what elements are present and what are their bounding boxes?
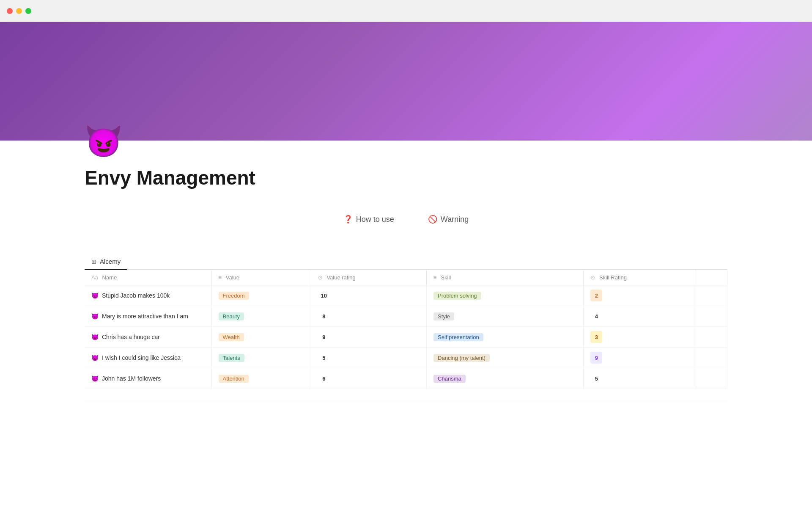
skill-rating-badge: 9 — [590, 352, 602, 364]
page-content: 😈 Envy Management ❓ How to use 🚫 Warning… — [0, 124, 812, 402]
cell-value-rating: 6 — [311, 368, 426, 389]
cell-value-rating: 9 — [311, 327, 426, 348]
separator — [85, 402, 727, 402]
cell-value-rating: 8 — [311, 306, 426, 327]
table-icon: ⊞ — [91, 258, 96, 265]
cell-value-rating: 10 — [311, 285, 426, 306]
table-header-row: Aa Name ≡ Value ⊙ Value rating ≡ Skill — [85, 270, 727, 285]
skill-tag: Self presentation — [433, 333, 483, 341]
fullscreen-button[interactable] — [25, 8, 31, 14]
cell-extra — [696, 348, 727, 368]
col-skill-rating: ⊙ Skill Rating — [584, 270, 696, 285]
cell-name: 😈Stupid Jacob makes 100k — [85, 285, 211, 306]
col-name-icon: Aa — [91, 274, 98, 281]
col-skill-rating-icon: ⊙ — [590, 274, 595, 281]
tab-label: Alcemy — [100, 258, 121, 265]
hero-banner — [0, 22, 812, 141]
table-row[interactable]: 😈Stupid Jacob makes 100k Freedom 10 Prob… — [85, 285, 727, 306]
value-tag: Wealth — [219, 333, 244, 341]
skill-tag: Charisma — [433, 375, 466, 383]
skill-rating-badge: 3 — [590, 331, 602, 343]
alcemy-tab[interactable]: ⊞ Alcemy — [85, 254, 127, 270]
cell-value: Beauty — [211, 306, 311, 327]
cell-skill: Charisma — [427, 368, 584, 389]
table-row[interactable]: 😈Chris has a huuge car Wealth 9 Self pre… — [85, 327, 727, 348]
col-name: Aa Name — [85, 270, 211, 285]
cell-name: 😈Chris has a huuge car — [85, 327, 211, 348]
cell-extra — [696, 368, 727, 389]
page-title: Envy Management — [85, 166, 727, 189]
skill-rating-badge: 5 — [590, 373, 602, 384]
cell-value: Wealth — [211, 327, 311, 348]
value-rating-badge: 8 — [318, 310, 330, 322]
page-icon: 😈 — [85, 124, 727, 160]
table-section: ⊞ Alcemy Aa Name ≡ Value ⊙ — [85, 254, 727, 402]
cell-name: 😈Mary is more attractive than I am — [85, 306, 211, 327]
cell-skill: Self presentation — [427, 327, 584, 348]
cell-skill-rating: 9 — [584, 348, 696, 368]
table-row[interactable]: 😈John has 1M followers Attention 6 Chari… — [85, 368, 727, 389]
skill-tag: Problem solving — [433, 292, 481, 300]
row-devil-icon: 😈 — [91, 375, 99, 382]
skill-rating-badge: 4 — [590, 310, 602, 322]
value-rating-badge: 6 — [318, 373, 330, 384]
col-value-icon: ≡ — [219, 274, 222, 281]
col-value: ≡ Value — [211, 270, 311, 285]
value-rating-badge: 5 — [318, 352, 330, 364]
cell-skill-rating: 2 — [584, 285, 696, 306]
warning-label: Warning — [441, 215, 469, 224]
cell-value: Freedom — [211, 285, 311, 306]
value-rating-badge: 9 — [318, 331, 330, 343]
value-rating-badge: 10 — [318, 290, 330, 301]
how-to-use-label: How to use — [356, 215, 394, 224]
nav-links: ❓ How to use 🚫 Warning — [85, 206, 727, 232]
data-table: Aa Name ≡ Value ⊙ Value rating ≡ Skill — [85, 270, 727, 389]
row-devil-icon: 😈 — [91, 354, 99, 361]
minimize-button[interactable] — [16, 8, 22, 14]
value-tag: Beauty — [219, 312, 244, 320]
skill-tag: Dancing (my talent) — [433, 354, 490, 362]
table-row[interactable]: 😈Mary is more attractive than I am Beaut… — [85, 306, 727, 327]
value-tag: Freedom — [219, 292, 249, 300]
cell-skill: Problem solving — [427, 285, 584, 306]
cell-value: Talents — [211, 348, 311, 368]
cell-skill-rating: 5 — [584, 368, 696, 389]
cell-extra — [696, 327, 727, 348]
row-devil-icon: 😈 — [91, 292, 99, 299]
col-skill: ≡ Skill — [427, 270, 584, 285]
warning-link[interactable]: 🚫 Warning — [428, 215, 469, 224]
table-tabs: ⊞ Alcemy — [85, 254, 727, 270]
browser-chrome — [0, 0, 812, 22]
row-devil-icon: 😈 — [91, 313, 99, 320]
cell-extra — [696, 285, 727, 306]
cell-value: Attention — [211, 368, 311, 389]
cell-name: 😈I wish I could sing like Jessica — [85, 348, 211, 368]
col-skill-icon: ≡ — [433, 274, 437, 281]
table-row[interactable]: 😈I wish I could sing like Jessica Talent… — [85, 348, 727, 368]
question-icon: ❓ — [343, 215, 353, 224]
cell-skill: Style — [427, 306, 584, 327]
col-extra — [696, 270, 727, 285]
col-value-rating-icon: ⊙ — [318, 274, 323, 281]
cell-skill-rating: 3 — [584, 327, 696, 348]
cell-skill: Dancing (my talent) — [427, 348, 584, 368]
value-tag: Attention — [219, 375, 249, 383]
how-to-use-link[interactable]: ❓ How to use — [343, 215, 394, 224]
cell-skill-rating: 4 — [584, 306, 696, 327]
col-value-rating: ⊙ Value rating — [311, 270, 426, 285]
cell-value-rating: 5 — [311, 348, 426, 368]
warning-icon: 🚫 — [428, 215, 437, 224]
skill-rating-badge: 2 — [590, 290, 602, 301]
row-devil-icon: 😈 — [91, 334, 99, 340]
value-tag: Talents — [219, 354, 244, 362]
skill-tag: Style — [433, 312, 454, 320]
close-button[interactable] — [7, 8, 13, 14]
cell-name: 😈John has 1M followers — [85, 368, 211, 389]
cell-extra — [696, 306, 727, 327]
